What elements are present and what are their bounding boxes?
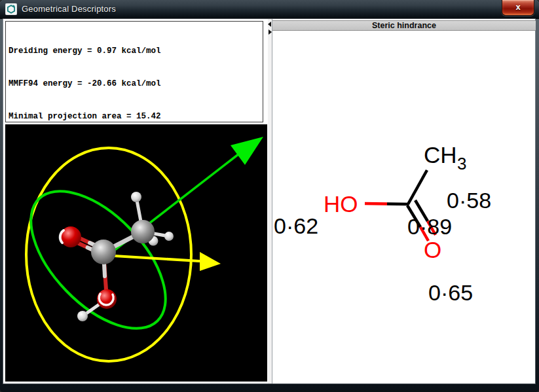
principal-axis-arrowhead-icon [231, 137, 263, 165]
steric-value-carbonyl: 0·65 [428, 280, 473, 305]
steric-value-hydroxyl: 0·62 [274, 213, 318, 238]
methyl-hydrogen-atom [131, 192, 141, 202]
methyl-subscript: 3 [457, 154, 466, 173]
app-logo-icon[interactable] [5, 3, 17, 15]
window-content: Dreiding energy = 0.97 kcal/mol MMFF94 e… [3, 19, 535, 383]
window-title: Geometrical Descriptors [22, 4, 116, 14]
descriptor-line: Minimal projection area = 15.42 [9, 111, 263, 122]
hydroxyl-label: HO [324, 191, 358, 217]
3d-viewer-canvas[interactable] [5, 124, 267, 382]
descriptor-line: MMFF94 energy = -20.66 kcal/mol [9, 79, 263, 90]
steric-hindrance-header: Steric hindrance [272, 20, 536, 31]
titlebar[interactable]: Geometrical Descriptors x [0, 0, 539, 19]
steric-value-carboxyl: 0·89 [407, 214, 452, 239]
carboxyl-carbon-atom [91, 240, 116, 264]
splitter-collapse-left-icon[interactable] [268, 22, 271, 27]
methyl-carbon-atom [131, 220, 155, 243]
descriptors-textarea[interactable]: Dreiding energy = 0.97 kcal/mol MMFF94 e… [5, 21, 263, 122]
left-pane: Dreiding energy = 0.97 kcal/mol MMFF94 e… [3, 19, 268, 383]
hydroxyl-hydrogen-atom [77, 311, 88, 321]
methyl-label: CH [424, 142, 457, 168]
steric-hindrance-pane: Steric hindrance CH 3 [272, 19, 535, 383]
carbonyl-oxygen-label: O [424, 237, 441, 262]
steric-hindrance-canvas: CH 3 HO O 0·58 0·62 0·89 0·65 [272, 31, 536, 383]
secondary-axis-arrowhead-icon [200, 252, 221, 271]
descriptor-line: Dreiding energy = 0.97 kcal/mol [9, 46, 263, 57]
geometrical-descriptors-window: Geometrical Descriptors x Dreiding energ… [0, 0, 539, 392]
methyl-hydrogen-atom [164, 232, 174, 241]
steric-value-methyl: 0·58 [447, 188, 491, 213]
close-button[interactable]: x [502, 0, 534, 16]
